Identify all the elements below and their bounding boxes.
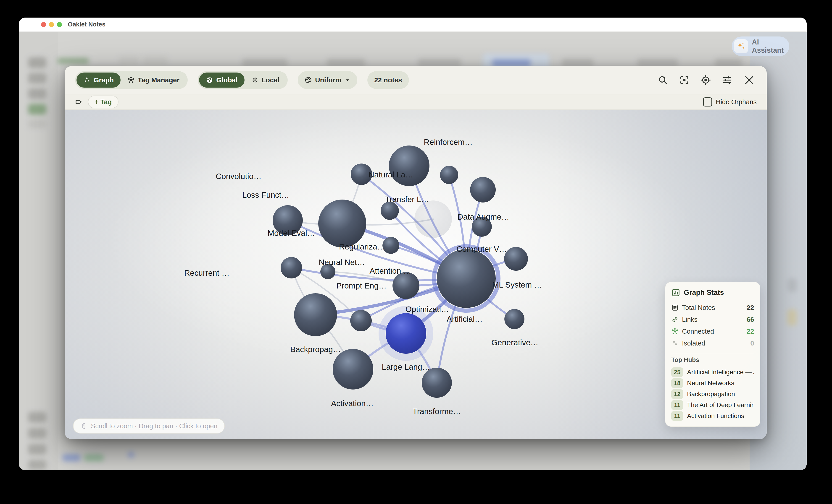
note-node-n8[interactable] xyxy=(318,200,366,247)
sparkles-icon xyxy=(734,39,748,53)
note-node-n5[interactable] xyxy=(381,202,399,220)
link-icon xyxy=(671,316,679,323)
note-node-hub[interactable] xyxy=(437,249,496,308)
settings-sliders-icon[interactable] xyxy=(722,75,732,85)
note-node-n3[interactable] xyxy=(470,177,496,202)
stat-isolated: Isolated 0 xyxy=(671,337,754,349)
note-node-n13[interactable] xyxy=(350,310,372,331)
top-hub-item[interactable]: 18 Neural Networks xyxy=(671,377,754,389)
color-mode-dropdown[interactable]: Uniform xyxy=(298,71,357,89)
search-icon[interactable] xyxy=(657,75,668,85)
node-label: Artificial… xyxy=(447,314,483,324)
graph-icon xyxy=(83,76,90,84)
hide-orphans-control[interactable]: Hide Orphans xyxy=(703,97,757,107)
isolated-nodes-icon xyxy=(671,340,679,347)
node-label: Natural La… xyxy=(368,170,413,179)
scope-switch: Global Local xyxy=(198,71,288,89)
note-node-n2[interactable] xyxy=(440,166,458,184)
hub-count-badge: 18 xyxy=(671,379,683,388)
tag-icon xyxy=(75,98,83,106)
note-node-n9[interactable] xyxy=(281,257,302,278)
graph-stats-panel: Graph Stats Total Notes 22 xyxy=(665,282,760,427)
hub-count-badge: 11 xyxy=(671,400,683,410)
tab-local-label: Local xyxy=(262,76,280,84)
node-label: Activation… xyxy=(331,399,374,408)
note-node-n1[interactable] xyxy=(389,145,430,186)
node-label: Generative… xyxy=(491,338,538,347)
hub-count-badge: 25 xyxy=(671,367,683,377)
bar-chart-icon xyxy=(671,288,680,297)
note-node-n17[interactable] xyxy=(333,349,373,390)
note-node-n15[interactable] xyxy=(504,309,524,329)
node-label: Large Lang… xyxy=(382,362,430,371)
zoom-traffic-light[interactable] xyxy=(57,22,62,27)
tab-graph-label: Graph xyxy=(94,76,114,84)
hide-orphans-label: Hide Orphans xyxy=(716,98,757,106)
focus-scan-icon[interactable] xyxy=(679,75,690,85)
top-hub-item[interactable]: 11 The Art of Deep Learning xyxy=(671,399,754,411)
node-label: Backpropag… xyxy=(290,345,341,354)
tab-tag-manager-label: Tag Manager xyxy=(138,76,179,84)
node-label: Computer V… xyxy=(457,245,507,253)
top-hub-item[interactable]: 11 Activation Functions xyxy=(671,411,754,421)
stat-connected: Connected 22 xyxy=(671,326,754,337)
hub-count-badge: 11 xyxy=(671,411,683,421)
node-label: Optimizati… xyxy=(406,305,449,314)
tag-bar: + Tag Hide Orphans xyxy=(64,94,767,110)
tab-tag-manager[interactable]: Tag Manager xyxy=(121,73,186,88)
node-label: ML System … xyxy=(492,280,542,289)
tab-global[interactable]: Global xyxy=(199,73,244,88)
add-tag-button[interactable]: + Tag xyxy=(88,95,119,108)
app-window: Oaklet Notes AI Assistant xyxy=(19,18,807,470)
note-node-n18[interactable] xyxy=(422,368,452,398)
node-label: Regulariza… xyxy=(339,242,385,251)
knowledge-graph[interactable]: Reinforcem…Natural La…Convolutio…Transfe… xyxy=(64,110,767,439)
tab-local[interactable]: Local xyxy=(244,73,286,88)
node-label: Reinforcem… xyxy=(424,138,473,146)
note-node-n12[interactable] xyxy=(392,272,419,299)
node-label: Transforme… xyxy=(413,407,461,416)
node-label: Model Eval… xyxy=(267,228,315,237)
node-label: Loss Funct… xyxy=(242,190,289,199)
graph-stats-title: Graph Stats xyxy=(684,288,724,297)
add-tag-label: + Tag xyxy=(95,98,112,106)
crosshair-icon xyxy=(251,76,259,84)
note-node-n16[interactable] xyxy=(294,293,337,336)
top-hub-item[interactable]: 12 Backpropagation xyxy=(671,389,754,399)
graph-canvas[interactable]: Reinforcem…Natural La…Convolutio…Transfe… xyxy=(64,110,767,439)
window-titlebar: Oaklet Notes xyxy=(19,18,807,32)
node-label: Recurrent … xyxy=(184,269,230,277)
close-icon[interactable] xyxy=(744,74,755,86)
hide-orphans-checkbox[interactable] xyxy=(703,97,712,107)
center-target-icon[interactable] xyxy=(701,75,711,85)
note-node-sel[interactable] xyxy=(386,313,426,354)
top-hub-item[interactable]: 25 Artificial Intelligence — A Mo… xyxy=(671,367,754,377)
top-hubs-title: Top Hubs xyxy=(671,357,754,364)
node-label: Neural Net… xyxy=(319,258,365,267)
toolbar-actions xyxy=(657,74,756,86)
node-label: Prompt Eng… xyxy=(336,281,387,290)
tab-graph[interactable]: Graph xyxy=(77,73,121,88)
stat-total-notes: Total Notes 22 xyxy=(671,302,754,314)
graph-view-modal: Graph Tag Manager xyxy=(64,66,767,439)
globe-icon xyxy=(206,76,213,84)
hub-count-badge: 12 xyxy=(671,389,683,399)
notes-count-badge: 22 notes xyxy=(367,71,409,89)
canvas-hint: Scroll to zoom · Drag to pan · Click to … xyxy=(73,418,225,433)
node-label: Attention … xyxy=(370,267,411,275)
chevron-down-icon xyxy=(344,77,350,83)
mouse-icon xyxy=(80,423,87,429)
tab-global-label: Global xyxy=(216,76,237,84)
palette-icon xyxy=(305,76,312,84)
node-label: Data Augme… xyxy=(457,212,510,221)
view-switch: Graph Tag Manager xyxy=(75,71,188,89)
window-title: Oaklet Notes xyxy=(68,21,105,28)
node-label: Convolutio… xyxy=(216,172,261,180)
close-traffic-light[interactable] xyxy=(41,22,46,27)
minimize-traffic-light[interactable] xyxy=(49,22,54,27)
graph-toolbar: Graph Tag Manager xyxy=(64,66,767,94)
document-icon xyxy=(671,304,679,311)
note-node-n14[interactable] xyxy=(504,247,528,271)
ai-assistant-button[interactable]: AI Assistant xyxy=(732,36,789,56)
stat-links: Links 66 xyxy=(671,314,754,326)
